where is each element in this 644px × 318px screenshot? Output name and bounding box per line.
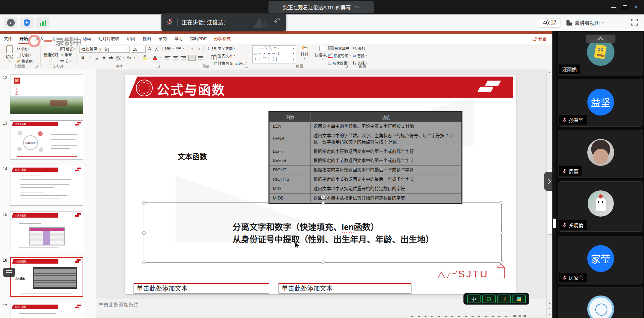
clipboard-dialog-launcher[interactable] [35,65,38,67]
tab-视图[interactable]: 视图 [139,34,155,44]
content-placeholder-right[interactable]: 单击此处添加文本 [279,283,411,293]
slide-title-banner[interactable]: 公式与函数 [129,77,513,98]
font-dialog-launcher[interactable] [157,65,160,67]
resize-handle-e[interactable] [500,231,503,235]
view-mode-selector[interactable]: 演讲者视图 ▾ [566,17,604,28]
tab-幻灯片放映[interactable]: 幻灯片放映 [95,34,123,44]
panel-collapse-tab[interactable] [544,172,552,191]
maximize-button[interactable] [619,2,631,12]
resize-handle-sw[interactable] [142,261,146,264]
participant-card[interactable]: 益坚 孙益坚 [558,79,643,127]
new-slide-button[interactable]: 新建幻灯片▾ [43,45,59,66]
align-center-button[interactable] [173,56,178,60]
next-slide-icon[interactable]: ▼ [547,307,553,310]
slide-canvas[interactable]: 公式与函数 文本函数 函数功能 LEN返回文本串中的字符数。不论中英文字符都按 … [125,75,516,294]
slide-thumbnail-14[interactable]: 公式与函数 [10,166,83,206]
font-color-button[interactable]: A [153,55,157,59]
ime-mode-button[interactable] [482,294,496,303]
align-text-button[interactable]: ⇳对齐文本▾ [214,53,235,58]
mini-scroll-thumb[interactable] [553,219,556,228]
line-spacing-button[interactable]: ⇕ [207,47,210,51]
slide-thumbnail-15[interactable]: 公式与函数 [10,212,83,251]
character-spacing-button[interactable]: AV [116,55,121,59]
slide-thumbnail-13[interactable]: 公式与函数 Excel 函数 [10,120,83,160]
rotate-handle[interactable]: ↻ [321,195,325,199]
resize-handle-n[interactable] [321,201,325,205]
align-right-button[interactable] [181,56,186,60]
participant-card[interactable]: 周薇 [558,130,643,178]
close-button[interactable]: ✕ [631,2,642,12]
arrange-button[interactable]: 排列▾ [297,46,312,60]
watching-screen-pill[interactable]: 您正在观看江俊达SJTU的屏幕 ≡▾ [268,1,374,13]
tab-文件[interactable]: 文件 [0,34,16,44]
decrease-indent-button[interactable]: ⇤ [191,46,195,51]
distributed-button[interactable] [198,56,203,60]
strike-ab-button[interactable]: ab [109,55,113,59]
ime-night-mode-button[interactable]: ☽ [497,294,511,303]
tab-帮助[interactable]: 帮助 [170,34,186,44]
shape-outline-button[interactable]: 形状轮廓▾ [328,53,351,58]
align-left-button[interactable] [165,56,170,60]
info-button[interactable]: i [4,17,17,29]
network-button[interactable] [36,17,50,29]
shape-row[interactable]: ○ s ⌒ ~ { } [253,56,291,62]
replace-button[interactable]: ⇄替换▾ [353,53,367,58]
tab-形状格式[interactable]: 形状格式 [210,34,235,44]
underline-button[interactable]: U [95,55,99,60]
highlight-color-button[interactable] [143,55,147,59]
participant-card[interactable]: 奚晓倩 [558,181,643,232]
increase-font-button[interactable]: Aˆ [148,47,152,51]
shape-row[interactable]: ▭ ▭ ╲ ╲ □ ○ [253,46,291,51]
italic-button[interactable]: I [88,55,92,60]
font-name-select[interactable]: 微软雅黑 (正文)▾ [79,46,130,53]
scroll-up-icon[interactable]: ▲ [547,71,553,74]
scroll-down-icon[interactable]: ▼ [547,313,553,316]
content-placeholder-left[interactable]: 单击此处添加文本 [134,283,269,293]
resize-handle-s[interactable] [321,261,325,264]
annotation-list-button[interactable] [3,268,15,277]
find-button[interactable]: 查找 [353,46,365,51]
share-button[interactable]: 共享 [529,35,550,43]
increase-indent-button[interactable]: ⇥ [197,46,200,51]
security-button[interactable] [20,17,34,29]
ime-chinese-button[interactable]: 中 [467,294,481,303]
bullet-list-button[interactable] [165,47,170,51]
slide-thumbnail-17[interactable]: 公式与函数 [10,303,83,318]
paste-button[interactable]: 粘贴▾ [3,45,16,62]
slide-thumbnail-12[interactable]: 03 公式与函数 [10,75,83,114]
copy-button[interactable]: 复制▾ [17,52,31,58]
tab-福昕PDF[interactable]: 福昕PDF [186,34,210,44]
paragraph-dialog-launcher[interactable] [245,65,248,67]
previous-slide-icon[interactable]: ▲ [547,302,553,305]
ime-skin-button[interactable] [512,294,526,303]
participant-card[interactable] [558,287,643,318]
bold-button[interactable]: B [81,55,85,60]
numbered-list-button[interactable] [176,47,181,51]
change-case-button[interactable]: Aa [127,55,131,59]
shape-fill-button[interactable]: 形状填充▾ [328,46,352,51]
shape-gallery-scrollbar[interactable]: ▴▾▾ [291,46,296,62]
font-size-select[interactable]: 18▾ [131,46,146,53]
shape-gallery[interactable]: ▭ ▭ ╲ ╲ □ ○□ △ ⌐ ¬ ⇒ ⇓○ s ⌒ ~ { } ▴▾▾ [252,45,296,63]
selected-textbox[interactable]: ↻ 分离文字和数字（快速填充、len函数） 从身份证号中提取（性别、出生年月、年… [144,202,502,263]
tab-审阅[interactable]: 审阅 [123,34,139,44]
participant-card[interactable]: 家莹 居家莹 [558,236,643,284]
function-table[interactable]: 函数功能 LEN返回文本串中的字符数。不论中英文字符都按 1 计数LENB返回文… [268,111,462,204]
section-button[interactable]: 节▾ [60,58,71,64]
cut-button[interactable]: ✂剪切 [17,46,29,52]
align-justify-button[interactable] [188,55,196,61]
fullscreen-button[interactable] [630,18,638,28]
editor-scrollbar[interactable]: ▲ ▲ ▼ ▼ [546,70,553,318]
strikethrough-button[interactable]: S [102,55,106,60]
participant-card[interactable]: 汪丽娟 [558,32,643,76]
minimize-button[interactable]: — [608,2,619,12]
tab-录制[interactable]: 录制 [155,34,170,44]
shape-row[interactable]: □ △ ⌐ ¬ ⇒ ⇓ [253,51,291,56]
hamburger-menu-icon[interactable]: ≡▾ [355,4,359,10]
resize-handle-w[interactable] [142,231,146,235]
slide-thumbnail-16-current[interactable]: 公式与函数 文本函数 [10,257,83,297]
collapse-videos-button[interactable] [586,35,615,43]
resize-handle-nw[interactable] [142,201,146,205]
format-painter-button[interactable]: 格式刷 [17,58,33,64]
drawing-dialog-launcher[interactable] [345,65,348,67]
